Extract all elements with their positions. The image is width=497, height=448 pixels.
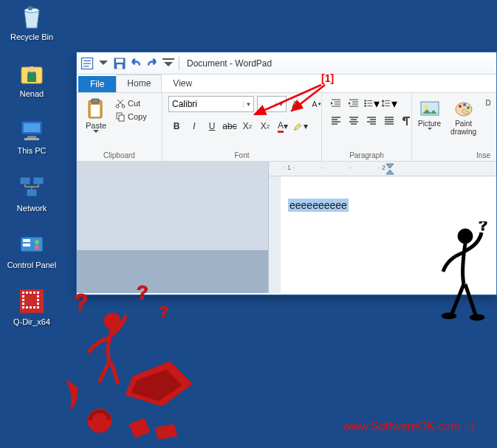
- italic-button[interactable]: I: [186, 118, 202, 134]
- font-family-input[interactable]: [169, 99, 243, 109]
- svg-point-63: [470, 314, 484, 320]
- strikethrough-button[interactable]: abc: [222, 118, 238, 134]
- svg-rect-23: [22, 299, 24, 301]
- home-tab[interactable]: Home: [116, 75, 162, 92]
- decrease-indent-button[interactable]: [328, 96, 344, 111]
- qat-dropdown[interactable]: [96, 56, 111, 71]
- app-icon: [80, 56, 95, 71]
- font-family-combo[interactable]: ▼: [168, 96, 254, 112]
- svg-rect-12: [23, 244, 30, 247]
- copy-button[interactable]: Copy: [114, 111, 148, 123]
- svg-rect-27: [22, 306, 24, 309]
- svg-rect-37: [92, 99, 99, 103]
- selected-text[interactable]: eeeeeeeeee: [288, 199, 349, 212]
- indent-marker-icon[interactable]: [385, 163, 394, 175]
- svg-point-44: [364, 103, 366, 105]
- control-panel[interactable]: Control Panel: [6, 230, 58, 270]
- ruler[interactable]: · 1 · · · · 2 ·: [269, 162, 496, 176]
- svg-point-13: [35, 240, 39, 244]
- font-size-combo[interactable]: ▼: [257, 96, 287, 112]
- svg-rect-11: [23, 239, 30, 242]
- cut-off-button[interactable]: D: [486, 99, 490, 136]
- save-button[interactable]: [112, 56, 127, 71]
- svg-point-50: [463, 103, 466, 106]
- clipboard-group-label: Clipboard: [83, 150, 156, 159]
- svg-rect-4: [24, 123, 40, 132]
- network[interactable]: Network: [6, 173, 58, 213]
- svg-rect-17: [26, 292, 28, 294]
- align-center-button[interactable]: [346, 114, 362, 128]
- svg-point-62: [442, 313, 456, 319]
- svg-rect-22: [37, 295, 39, 297]
- underline-button[interactable]: U: [204, 118, 220, 134]
- cut-button[interactable]: Cut: [114, 97, 148, 109]
- svg-rect-24: [37, 299, 39, 301]
- svg-rect-16: [22, 292, 24, 294]
- qdir-app[interactable]: Q-Dir_x64: [6, 286, 58, 327]
- view-tab[interactable]: View: [162, 75, 203, 92]
- svg-point-14: [35, 245, 39, 249]
- svg-rect-19: [33, 292, 35, 294]
- svg-text:?: ?: [159, 303, 168, 321]
- svg-rect-30: [33, 306, 35, 309]
- left-margin-area: [77, 162, 269, 293]
- window-title: Document - WordPad: [187, 58, 272, 69]
- paste-button[interactable]: Paste: [83, 96, 109, 134]
- svg-point-45: [364, 105, 366, 107]
- superscript-button[interactable]: X2: [257, 118, 273, 134]
- file-tab[interactable]: File: [78, 76, 116, 92]
- svg-rect-5: [27, 136, 36, 138]
- bold-button[interactable]: B: [168, 118, 185, 134]
- svg-rect-38: [91, 105, 100, 117]
- chevron-down-icon[interactable]: ▼: [243, 101, 253, 108]
- titlebar[interactable]: Document - WordPad: [77, 52, 496, 75]
- align-right-button[interactable]: [363, 114, 380, 128]
- svg-point-51: [467, 106, 470, 109]
- control-panel-icon: [17, 230, 47, 259]
- subscript-button[interactable]: X2: [239, 118, 256, 134]
- computer-icon: [17, 115, 47, 145]
- recycle-bin-icon: [17, 1, 47, 31]
- svg-rect-35: [117, 64, 123, 69]
- network-icon: [17, 173, 47, 202]
- svg-rect-8: [33, 177, 44, 185]
- ribbon: Paste Cut Copy Clipboard ▼: [77, 92, 496, 162]
- svg-rect-7: [20, 177, 30, 185]
- grow-font-button[interactable]: A▲: [289, 96, 306, 112]
- line-spacing-button[interactable]: ▾: [381, 96, 397, 111]
- font-group-label: Font: [168, 150, 315, 159]
- svg-point-47: [424, 105, 428, 109]
- paint-drawing-button[interactable]: Paint drawing: [447, 99, 480, 136]
- qat-customize[interactable]: [161, 56, 176, 71]
- svg-rect-6: [24, 138, 39, 140]
- svg-rect-29: [30, 306, 32, 309]
- svg-point-60: [458, 229, 473, 244]
- svg-rect-21: [22, 295, 24, 297]
- svg-text:?: ?: [137, 281, 148, 303]
- chevron-down-icon[interactable]: ▼: [275, 101, 286, 108]
- svg-rect-28: [26, 306, 28, 309]
- recycle-bin[interactable]: Recycle Bin: [6, 1, 58, 42]
- highlight-button[interactable]: ▾: [292, 118, 309, 134]
- align-left-button[interactable]: [328, 114, 344, 128]
- user-folder[interactable]: Nenad: [6, 58, 58, 99]
- undo-button[interactable]: [128, 56, 143, 71]
- black-sketch-figure: ?: [434, 221, 493, 328]
- qdir-icon: [17, 286, 47, 316]
- watermark-text: www.SoftwareOK.com :-): [343, 420, 475, 433]
- svg-rect-42: [119, 115, 124, 121]
- redo-button[interactable]: [145, 56, 160, 71]
- increase-indent-button[interactable]: [346, 96, 362, 111]
- picture-button[interactable]: Picture: [418, 99, 441, 136]
- font-color-button[interactable]: A▾: [275, 118, 291, 134]
- svg-text:?: ?: [479, 221, 487, 233]
- red-sketch-figure: ? ? ?: [66, 280, 229, 446]
- bullets-button[interactable]: ▾: [363, 96, 380, 111]
- svg-rect-9: [27, 189, 37, 196]
- this-pc[interactable]: This PC: [6, 115, 58, 156]
- justify-button[interactable]: [381, 114, 397, 128]
- svg-point-43: [364, 100, 366, 102]
- user-icon: [17, 58, 47, 88]
- font-size-input[interactable]: [258, 99, 275, 109]
- svg-point-49: [459, 105, 462, 108]
